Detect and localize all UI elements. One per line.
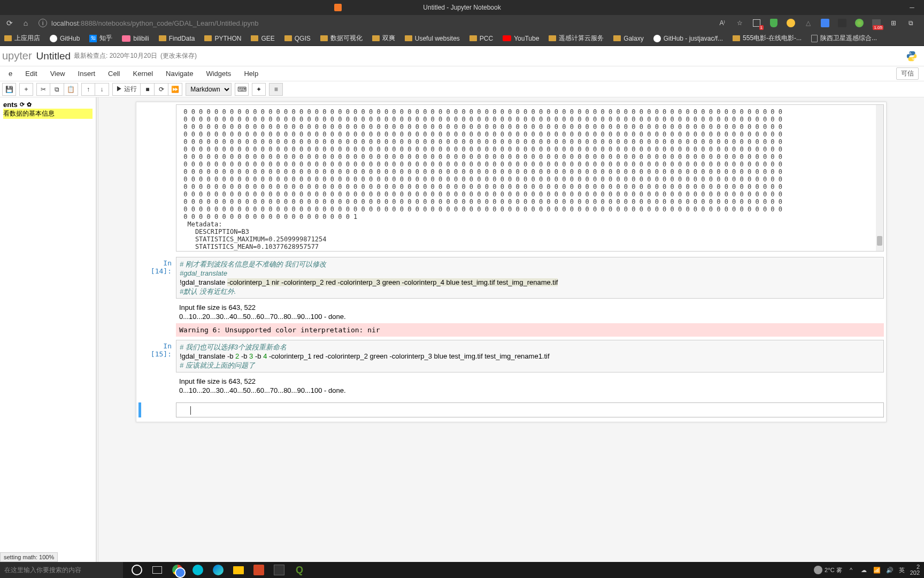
- edge-icon[interactable]: [209, 562, 228, 578]
- bookmark-item[interactable]: PYTHON: [204, 35, 241, 42]
- menu-cell[interactable]: Cell: [102, 67, 126, 80]
- jupyter-logo[interactable]: upyter: [2, 50, 32, 62]
- folder-icon: [251, 35, 258, 41]
- scrollbar-thumb[interactable]: [877, 236, 882, 246]
- save-status: (更改未保存): [160, 51, 197, 60]
- read-aloud-icon[interactable]: A⁾: [718, 18, 727, 28]
- task-view-icon[interactable]: [148, 562, 167, 578]
- bookmark-youtube[interactable]: YouTube: [503, 35, 539, 42]
- variable-button[interactable]: ✦: [252, 83, 266, 96]
- save-button[interactable]: 💾: [2, 83, 16, 96]
- collections-icon[interactable]: ⧉: [906, 18, 915, 28]
- toc-item[interactable]: 看数据的基本信息: [3, 109, 93, 119]
- move-down-button[interactable]: ↓: [95, 83, 109, 96]
- qgis-icon[interactable]: Q: [290, 562, 309, 578]
- ext-dark-icon[interactable]: [837, 18, 847, 28]
- ext-blue-icon[interactable]: [820, 18, 830, 28]
- menu-insert[interactable]: Insert: [72, 67, 102, 80]
- stop-button[interactable]: ■: [141, 83, 155, 96]
- clock[interactable]: 2 202: [910, 564, 920, 576]
- ext-bell-icon[interactable]: △: [803, 18, 813, 28]
- toc-refresh-icon[interactable]: ⟳: [20, 101, 25, 108]
- folder-icon: [372, 35, 380, 41]
- menu-navigate[interactable]: Navigate: [159, 67, 199, 80]
- refresh-icon[interactable]: ⟳: [4, 18, 15, 28]
- code-cell[interactable]: In [14]: # 刚才看到波段名信息是不准确的 我们可以修改 #gdal_t…: [138, 257, 884, 299]
- menu-file[interactable]: e: [2, 67, 19, 80]
- adblock-shield-icon[interactable]: [769, 18, 779, 28]
- bookmark-item[interactable]: 555电影-在线电影-...: [733, 34, 802, 43]
- blocker-icon[interactable]: 1: [752, 18, 761, 28]
- site-info-icon[interactable]: i: [38, 19, 47, 27]
- output-stdout: Input file size is 643, 522 0...10...20.…: [176, 375, 884, 397]
- weather-widget[interactable]: 2°C 雾: [814, 566, 842, 574]
- menu-edit[interactable]: Edit: [19, 67, 43, 80]
- bookmark-item[interactable]: PCC: [469, 35, 493, 42]
- powerpoint-icon[interactable]: [249, 562, 268, 578]
- notebook-name[interactable]: Untitled: [36, 50, 71, 62]
- restart-run-button[interactable]: ⏩: [168, 83, 182, 96]
- bookmark-github2[interactable]: GitHub - justjavac/f...: [653, 35, 723, 42]
- bookmark-item[interactable]: Galaxy: [613, 35, 643, 42]
- bookmark-item[interactable]: Useful websites: [405, 35, 460, 42]
- volume-icon[interactable]: 🔊: [886, 566, 894, 574]
- restart-button[interactable]: ⟳: [155, 83, 168, 96]
- cut-button[interactable]: ✂: [36, 83, 50, 96]
- toc-settings-icon[interactable]: ✿: [27, 101, 32, 108]
- trusted-badge[interactable]: 可信: [896, 67, 919, 80]
- cell-type-select[interactable]: Markdown: [186, 83, 232, 96]
- output-scrolled[interactable]: 0 0 0 0 0 0 0 0 0 0 0 0 0 0 0 0 0 0 0 0 …: [176, 104, 884, 252]
- add-cell-button[interactable]: +: [19, 83, 33, 96]
- bookmark-item[interactable]: 遥感计算云服务: [549, 34, 604, 43]
- ime-indicator[interactable]: 英: [899, 566, 905, 574]
- code-cell[interactable]: In [15]: # 我们也可以选择3个波段重新命名 !gdal_transla…: [138, 340, 884, 372]
- url-input[interactable]: i localhost:8888/notebooks/python_code/G…: [36, 19, 712, 27]
- jupyter-header: upyter Untitled 最新检查点: 2020年10月20日 (更改未保…: [0, 46, 924, 66]
- bookmark-bilibili[interactable]: bilibili: [122, 35, 149, 42]
- bookmark-item[interactable]: 陕西卫星遥感综合...: [811, 34, 877, 43]
- paste-button[interactable]: 📋: [64, 83, 78, 96]
- taskbar-search[interactable]: 在这里输入你要搜索的内容: [0, 562, 123, 578]
- run-button[interactable]: ▶ 运行: [112, 83, 141, 96]
- ext-weather-icon[interactable]: [786, 18, 796, 28]
- home-icon[interactable]: ⌂: [20, 18, 31, 28]
- folder-icon: [469, 35, 477, 41]
- tray-up-icon[interactable]: ^: [848, 566, 855, 574]
- menu-widgets[interactable]: Widgets: [199, 67, 237, 80]
- bookmark-item[interactable]: 上应用店: [4, 34, 40, 43]
- output-scrollbar[interactable]: [876, 105, 883, 251]
- minimize-button[interactable]: ─: [900, 0, 924, 15]
- bookmark-item[interactable]: 双爽: [372, 34, 395, 43]
- selection-indicator: [138, 402, 141, 417]
- command-palette-button[interactable]: ⌨: [235, 83, 249, 96]
- bookmark-item[interactable]: GEE: [251, 35, 274, 42]
- ext-green-icon[interactable]: [854, 18, 864, 28]
- menu-view[interactable]: View: [44, 67, 72, 80]
- python-logo-icon[interactable]: [906, 50, 918, 62]
- chrome-icon[interactable]: [168, 562, 187, 578]
- terminal-icon[interactable]: [270, 562, 289, 578]
- extensions-icon[interactable]: ⊞: [889, 18, 898, 28]
- bookmark-item[interactable]: QGIS: [284, 35, 311, 42]
- favorite-icon[interactable]: ☆: [735, 18, 744, 28]
- toc-button[interactable]: ≡: [269, 83, 283, 96]
- copy-button[interactable]: ⧉: [50, 83, 64, 96]
- selected-cell[interactable]: [138, 402, 884, 417]
- cortana-icon[interactable]: [127, 562, 147, 578]
- code-input[interactable]: [176, 402, 884, 417]
- bookmark-item[interactable]: 数据可视化: [320, 34, 363, 43]
- wifi-icon[interactable]: 📶: [873, 566, 881, 574]
- explorer-icon[interactable]: [229, 562, 248, 578]
- onedrive-icon[interactable]: ☁: [860, 566, 868, 574]
- move-up-button[interactable]: ↑: [81, 83, 95, 96]
- bookmark-item[interactable]: FindData: [159, 35, 195, 42]
- menu-kernel[interactable]: Kernel: [127, 67, 160, 80]
- ext-downloader-icon[interactable]: 1.05: [872, 18, 881, 28]
- bookmark-github[interactable]: GitHub: [50, 35, 80, 42]
- zhihu-icon: 知: [89, 35, 97, 42]
- code-input[interactable]: # 我们也可以选择3个波段重新命名 !gdal_translate -b 2 -…: [176, 340, 884, 372]
- bookmark-zhihu[interactable]: 知知乎: [89, 34, 112, 43]
- code-input[interactable]: # 刚才看到波段名信息是不准确的 我们可以修改 #gdal_translate …: [176, 257, 884, 299]
- app-teal-icon[interactable]: [188, 562, 207, 578]
- menu-help[interactable]: Help: [237, 67, 265, 80]
